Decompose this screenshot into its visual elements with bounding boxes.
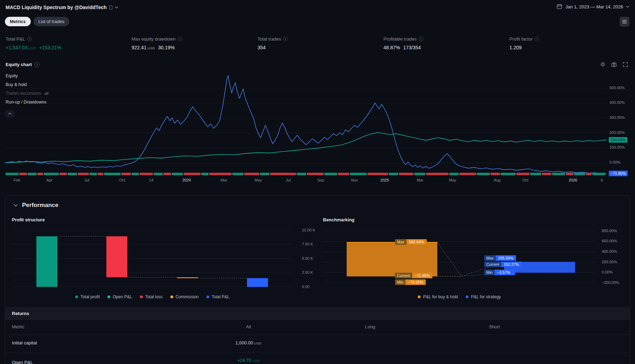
runup-drawdown-segment — [78, 173, 89, 175]
info-icon[interactable]: i — [27, 37, 32, 41]
chevron-down-icon[interactable] — [115, 6, 118, 8]
y-axis-label: 2.50 K — [302, 270, 313, 274]
y-axis-label: 5.00 K — [302, 256, 313, 260]
benchmark-chip-max: Max205.50% — [484, 255, 516, 261]
metric-label-text: Max equity drawdown — [132, 36, 176, 42]
y-axis-label: 500.00% — [609, 86, 625, 90]
eye-off-icon[interactable] — [44, 91, 49, 96]
info-icon[interactable]: i — [419, 37, 423, 41]
tab-metrics[interactable]: Metrics — [5, 17, 31, 26]
x-axis-label: Sep — [317, 178, 324, 182]
runup-drawdown-segment — [232, 173, 244, 175]
metric-label-text: Total trades — [257, 36, 281, 42]
metric-profitable-trades: Profitable tradesi48.87%173/354 — [383, 36, 423, 50]
tab-list-of-trades[interactable]: List of trades — [34, 17, 69, 26]
equity-legend-equity[interactable]: Equity — [6, 73, 49, 78]
equity-chart-canvas[interactable] — [5, 73, 607, 176]
info-icon[interactable]: i — [178, 37, 182, 41]
benchmark-chip-min: Min−3.57% — [484, 270, 515, 275]
metric-total-trades: Total tradesi354 — [257, 36, 288, 50]
metric-total-p-l: Total P&Li+1,547.03USD+153.21% — [6, 36, 61, 50]
y-axis-label: 200.00% — [609, 130, 625, 135]
equity-legend-run-up-drawdowns[interactable]: Run-up / Drawdowns — [6, 100, 49, 105]
runup-drawdown-segment — [132, 173, 139, 175]
metric-profit-factor: Profit factori1.209 — [509, 36, 539, 50]
runup-drawdown-segment — [68, 173, 77, 175]
runup-drawdown-segment — [28, 173, 37, 175]
runup-drawdown-segment — [172, 173, 183, 175]
metric-value: 48.87%173/354 — [383, 45, 423, 50]
runup-drawdown-segment — [399, 173, 414, 175]
runup-drawdown-segment — [184, 173, 200, 175]
metric-label: Profit factori — [509, 36, 539, 42]
settings-gear-icon[interactable] — [598, 59, 608, 69]
runup-drawdown-segment — [307, 173, 324, 175]
returns-row-value: +24.70USD — [237, 358, 260, 363]
returns-column-metric: Metric — [12, 324, 24, 329]
benchmark-chip-current: Current152.27% — [484, 262, 522, 267]
runup-drawdown-segment — [586, 173, 592, 175]
benchmark-chip-min: Min−74.32% — [395, 279, 426, 285]
runup-drawdown-segment — [201, 173, 209, 175]
runup-drawdown-segment — [566, 173, 573, 175]
runup-drawdown-segment — [530, 173, 541, 175]
x-axis-label: 2024 — [182, 178, 191, 182]
expand-icon[interactable] — [620, 59, 630, 69]
y-axis-label: 600.00% — [602, 239, 617, 243]
strategy-title-group[interactable]: MACD Liquidity Spectrum by @DaviddTech — [6, 5, 118, 10]
benchmark-chip-max: Max582.64% — [395, 239, 427, 245]
returns-column-short: Short — [489, 324, 500, 329]
runup-drawdown-segment — [44, 173, 59, 175]
y-axis-label: −200.00% — [602, 280, 619, 285]
metrics-summary: Total P&Li+1,547.03USD+153.21%Max equity… — [0, 36, 635, 58]
y-axis-label: 100.00% — [609, 145, 625, 149]
info-icon[interactable]: i — [283, 37, 288, 41]
benchmark-chip-current: Current−71.95% — [395, 273, 432, 278]
divider — [5, 335, 630, 335]
equity-chart-header: Equity chart ? — [6, 62, 40, 67]
y-axis-label: 800.00% — [602, 229, 617, 233]
y-axis-label: 400.00% — [609, 100, 625, 105]
legend-label: Trades excursions — [6, 91, 41, 96]
y-axis-label: 0.00% — [602, 270, 613, 274]
y-axis-label: 200.00% — [602, 260, 617, 264]
equity-chart-toolbar — [598, 59, 630, 69]
metric-label: Total P&Li — [6, 36, 61, 42]
metric-label: Max equity drawdowni — [132, 36, 182, 42]
list-menu-button[interactable] — [620, 17, 629, 27]
x-axis-label: May — [255, 178, 262, 182]
runup-drawdown-segment — [574, 173, 585, 175]
metric-value: 922.41USD30.19% — [132, 45, 182, 50]
collapse-legend-button[interactable] — [6, 110, 14, 117]
equity-legend-trades-excursions[interactable]: Trades excursions — [6, 91, 49, 96]
x-axis-label: Mar — [221, 178, 227, 182]
returns-row-metric: Initial capital — [12, 340, 37, 345]
x-axis-label: 2026 — [569, 178, 577, 182]
x-axis-label: Mar — [417, 178, 423, 182]
runup-drawdown-segment — [477, 173, 490, 175]
runup-drawdown-segment — [491, 173, 500, 175]
runup-drawdown-segment — [59, 173, 67, 175]
info-icon[interactable]: i — [535, 37, 539, 41]
x-axis-label: Jul — [84, 178, 89, 182]
strategy-tester-panel: MACD Liquidity Spectrum by @DaviddTech J… — [0, 0, 635, 364]
x-axis-label: 6 — [601, 178, 603, 182]
runup-drawdown-segment — [297, 173, 306, 175]
runup-drawdown-segment — [426, 173, 449, 175]
calendar-icon — [556, 3, 563, 10]
runup-drawdown-segment — [154, 173, 163, 175]
equity-chart-title: Equity chart — [6, 62, 32, 67]
runup-drawdown-segment — [389, 173, 398, 175]
runup-drawdown-segment — [552, 173, 565, 175]
camera-icon[interactable] — [609, 59, 619, 69]
help-icon[interactable]: ? — [34, 62, 40, 67]
date-range-picker[interactable]: Jan 1, 2023 — Mar 14, 2026 — [556, 3, 629, 10]
runup-drawdown-segment — [121, 173, 131, 175]
x-axis-label: 2025 — [380, 178, 389, 182]
runup-drawdown-segment — [592, 173, 605, 175]
metric-value: 1.209 — [509, 45, 539, 50]
runup-drawdown-segment — [260, 173, 269, 175]
equity-legend-buy-hold[interactable]: Buy & hold — [6, 82, 49, 87]
runup-drawdown-segment — [6, 173, 19, 175]
runup-drawdown-segment — [338, 173, 349, 175]
